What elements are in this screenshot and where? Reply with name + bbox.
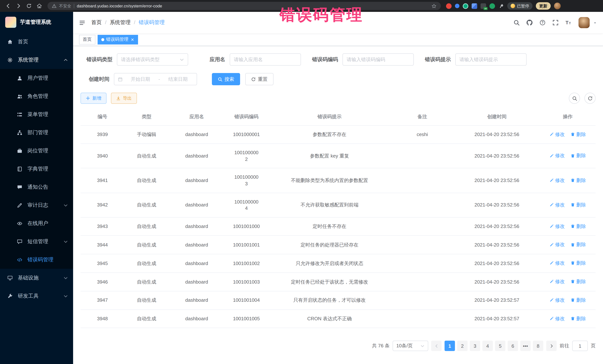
delete-link[interactable]: 删除 — [571, 131, 586, 138]
pencil-icon — [550, 261, 554, 265]
extension-pin-icon[interactable] — [498, 1, 504, 10]
cell-note — [391, 168, 454, 193]
browser-reload-icon[interactable] — [24, 1, 33, 10]
cell-actions: 修改删除 — [540, 236, 596, 254]
delete-link[interactable]: 删除 — [571, 153, 586, 159]
sidebar-item-dev-tools[interactable]: 研发工具 — [0, 287, 73, 305]
sidebar-item-home[interactable]: 首页 — [0, 33, 73, 51]
toggle-search-button[interactable] — [569, 93, 580, 104]
reset-button[interactable]: 重置 — [245, 73, 274, 85]
edit-link[interactable]: 修改 — [550, 278, 565, 285]
browser-forward-icon[interactable] — [14, 1, 23, 10]
help-icon[interactable]: ? — [540, 20, 545, 26]
edit-link[interactable]: 修改 — [550, 177, 565, 184]
edit-link[interactable]: 修改 — [550, 242, 565, 248]
page-button-1[interactable]: 1 — [445, 341, 455, 351]
page-button-3[interactable]: 3 — [470, 341, 480, 351]
sidebar-item-error-code-management[interactable]: 错误码管理 — [0, 251, 73, 269]
avatar-caret-icon[interactable] — [593, 21, 597, 25]
extension-icon-leaf[interactable] — [489, 3, 495, 9]
edit-link[interactable]: 修改 — [550, 315, 565, 322]
pager-next-button[interactable] — [546, 341, 557, 351]
create-time-range-picker[interactable]: 开始日期 - 结束日期 — [114, 73, 197, 85]
action-label: 删除 — [576, 223, 586, 230]
browser-extensions: on 已暂停 更新 — [446, 1, 561, 10]
edit-link[interactable]: 修改 — [550, 260, 565, 266]
error-type-select[interactable]: 请选择错误码类型 — [117, 53, 188, 66]
edit-link[interactable]: 修改 — [550, 223, 565, 230]
table-row: 3939手动编辑dashboard1001000001参数配置不存在ceshi2… — [81, 125, 596, 144]
edit-link[interactable]: 修改 — [550, 297, 565, 303]
github-icon[interactable] — [527, 20, 533, 26]
tag-error-code[interactable]: 错误码管理 — [98, 35, 138, 44]
page-button-2[interactable]: 2 — [457, 341, 468, 351]
extension-icon-green[interactable] — [463, 3, 468, 9]
extension-icon-red[interactable] — [446, 3, 452, 9]
address-bar[interactable]: 不安全 dashboard.yudao.iocoder.cn/system/er… — [47, 2, 441, 10]
page-button-6[interactable]: 6 — [508, 341, 518, 351]
delete-link[interactable]: 删除 — [571, 278, 586, 285]
edit-link[interactable]: 修改 — [550, 153, 565, 159]
pencil-icon — [550, 298, 554, 302]
add-button[interactable]: 新增 — [81, 93, 106, 104]
page-button-8[interactable]: 8 — [533, 341, 543, 351]
sidebar-item-role-management[interactable]: 角色管理 — [0, 87, 73, 105]
sidebar-item-post-management[interactable]: 岗位管理 — [0, 142, 73, 160]
extension-icon-dark[interactable]: on — [481, 3, 486, 9]
sidebar-item-notice[interactable]: 通知公告 — [0, 178, 73, 196]
goto-page-input[interactable] — [572, 341, 588, 351]
delete-link[interactable]: 删除 — [571, 177, 586, 184]
sidebar-item-system-management[interactable]: 系统管理 — [0, 51, 73, 69]
app-name-input[interactable] — [230, 53, 301, 66]
page-button-4[interactable]: 4 — [482, 341, 493, 351]
browser-home-icon[interactable] — [35, 1, 44, 10]
pager-prev-button[interactable] — [431, 341, 441, 351]
app-logo[interactable]: 芋道管理系统 — [0, 12, 73, 33]
user-avatar[interactable] — [579, 17, 590, 28]
edit-link[interactable]: 修改 — [550, 131, 565, 138]
sidebar-item-online-users[interactable]: 在线用户 — [0, 214, 73, 232]
browser-back-icon[interactable] — [4, 1, 13, 10]
sidebar-item-user-management[interactable]: 用户管理 — [0, 69, 73, 87]
sidebar-item-sms-management[interactable]: 短信管理 — [0, 232, 73, 251]
security-warning-icon[interactable] — [52, 4, 56, 8]
font-size-icon[interactable]: TT — [566, 20, 571, 26]
refresh-table-button[interactable] — [584, 93, 596, 104]
chrome-update-button[interactable]: 更新 — [536, 2, 551, 10]
sidebar-item-label: 在线用户 — [27, 220, 48, 227]
delete-link[interactable]: 删除 — [571, 315, 586, 322]
sidebar-toggle-icon[interactable] — [79, 20, 85, 26]
sidebar-item-audit-log[interactable]: 审计日志 — [0, 196, 73, 214]
cell-time: 2021-04-20 23:52:57 — [454, 291, 540, 310]
sidebar-item-dict-management[interactable]: 字典管理 — [0, 160, 73, 178]
sidebar-item-infrastructure[interactable]: 基础设施 — [0, 269, 73, 287]
error-message-input[interactable] — [455, 53, 527, 66]
export-button[interactable]: 导出 — [111, 93, 137, 104]
delete-link[interactable]: 删除 — [571, 242, 586, 248]
pager-more-button[interactable]: ••• — [520, 341, 531, 351]
tag-home[interactable]: 首页 — [79, 35, 95, 44]
edit-link[interactable]: 修改 — [550, 201, 565, 208]
delete-link[interactable]: 删除 — [571, 260, 586, 266]
paused-badge[interactable]: 已暂停 — [507, 2, 533, 10]
close-icon[interactable] — [131, 38, 134, 41]
search-button[interactable]: 搜索 — [212, 73, 240, 85]
delete-link[interactable]: 删除 — [571, 223, 586, 230]
bookmark-star-icon[interactable] — [431, 3, 436, 8]
cell-message: 只允许修改为开启或者关闭状态 — [268, 254, 391, 273]
extension-icon-blue[interactable] — [455, 4, 459, 8]
delete-link[interactable]: 删除 — [571, 297, 586, 303]
breadcrumb-home[interactable]: 首页 — [91, 19, 110, 26]
page-size-select[interactable]: 10条/页 — [393, 341, 428, 351]
error-code-input[interactable] — [343, 53, 414, 66]
sidebar-item-dept-management[interactable]: 部门管理 — [0, 123, 73, 142]
browser-profile-avatar[interactable] — [554, 3, 561, 9]
fullscreen-icon[interactable] — [553, 20, 558, 26]
extension-icon-grid[interactable] — [472, 3, 477, 9]
header-search-icon[interactable] — [514, 20, 520, 26]
page-button-5[interactable]: 5 — [495, 341, 505, 351]
delete-link[interactable]: 删除 — [571, 201, 586, 208]
breadcrumb-system[interactable]: 系统管理 — [110, 19, 139, 26]
svg-text:T: T — [569, 21, 571, 25]
sidebar-item-menu-management[interactable]: 菜单管理 — [0, 105, 73, 123]
